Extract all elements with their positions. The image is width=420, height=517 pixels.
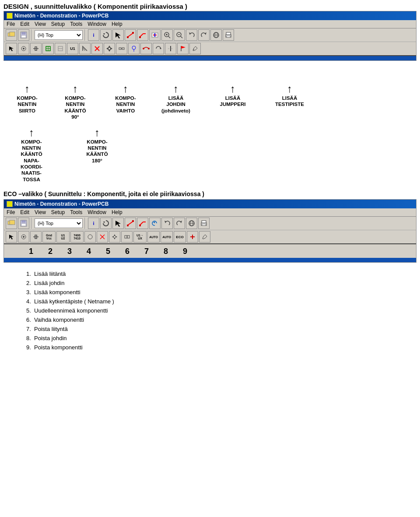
- tb2-comp3-btn[interactable]: [42, 43, 54, 54]
- svg-rect-28: [226, 32, 231, 35]
- tb2r-gndvcc[interactable]: Gnd Vcc: [42, 231, 56, 243]
- menu-window[interactable]: Window: [88, 21, 106, 27]
- tb2-undo-btn2[interactable]: [161, 218, 173, 229]
- tb2-split-btn[interactable]: [165, 43, 176, 54]
- svg-line-41: [95, 46, 99, 51]
- svg-rect-4: [21, 35, 26, 38]
- menu2-file[interactable]: File: [7, 209, 15, 215]
- svg-rect-47: [119, 48, 121, 49]
- num-5: 5: [98, 247, 118, 256]
- tb2-edit-btn[interactable]: [189, 43, 201, 54]
- tb2-save-btn[interactable]: [18, 218, 29, 229]
- tb2-print-btn2[interactable]: [198, 218, 210, 229]
- tb2-cursor-btn2[interactable]: [112, 218, 124, 229]
- tb2-pin-btn[interactable]: [128, 43, 140, 54]
- tb2r-cross2[interactable]: [97, 231, 108, 243]
- tb2r-u1u2[interactable]: U1 U2: [56, 231, 70, 243]
- window2-toolbar1: (H) Top i: [4, 217, 416, 230]
- tb2-comp4-btn[interactable]: [55, 43, 66, 54]
- svg-marker-24: [205, 32, 206, 35]
- tb-route2-btn[interactable]: [137, 29, 148, 41]
- svg-marker-67: [116, 221, 121, 227]
- tb2-comp1-btn[interactable]: [18, 43, 29, 54]
- tb2-route2-btn2[interactable]: [137, 218, 148, 229]
- menu-help[interactable]: Help: [112, 21, 122, 27]
- tb2r-u1ux[interactable]: U1→ UX: [133, 231, 147, 243]
- tb2r-edit2[interactable]: [199, 231, 210, 243]
- tb-zoom2-btn[interactable]: [174, 29, 185, 41]
- tb2r-circle[interactable]: [18, 231, 29, 243]
- tb2r-eco[interactable]: ECO: [174, 231, 186, 243]
- tb-globe-btn[interactable]: [210, 29, 222, 41]
- tb2r-plus[interactable]: [187, 231, 198, 243]
- tb2r-move2[interactable]: [109, 231, 120, 243]
- tb2-cross-btn[interactable]: [91, 43, 103, 54]
- tb2-u1-btn[interactable]: U1: [67, 43, 78, 54]
- tb2r-7400[interactable]: 7400 7410: [70, 231, 84, 243]
- svg-point-20: [177, 32, 181, 37]
- tb2-angle-btn[interactable]: [79, 43, 91, 54]
- layer-dropdown[interactable]: (H) Top: [35, 30, 83, 40]
- menu2-view[interactable]: View: [35, 209, 46, 215]
- tb2-refresh-btn2[interactable]: [100, 218, 112, 229]
- arrow-napa: ↑: [29, 127, 34, 138]
- ann-text-vaihto: KOMPO-NENTINVAIHTO: [115, 95, 136, 114]
- tb-undo-btn[interactable]: [186, 29, 197, 41]
- menu2-window[interactable]: Window: [88, 209, 106, 215]
- ann-text-testipiste: LISÄÄTESTIPISTE: [275, 95, 304, 108]
- tb-save-btn[interactable]: [18, 29, 29, 41]
- menu-setup[interactable]: Setup: [51, 21, 65, 27]
- menu-view[interactable]: View: [35, 21, 46, 27]
- tb2-rotate-btn[interactable]: [153, 43, 164, 54]
- tb2-globe-btn2[interactable]: [186, 218, 197, 229]
- tb2-back-btn[interactable]: [149, 218, 161, 229]
- tb-drc-btn[interactable]: [149, 29, 161, 41]
- tb2r-circle2[interactable]: [84, 231, 96, 243]
- tb-cursor-btn[interactable]: [112, 29, 124, 41]
- tb2-cursor-btn[interactable]: [6, 43, 17, 54]
- tb2-redo-btn2[interactable]: [174, 218, 185, 229]
- arrow-siirto: ↑: [24, 84, 30, 94]
- tb2-open-btn[interactable]: [6, 218, 17, 229]
- tb2-jumper-btn[interactable]: [140, 43, 152, 54]
- svg-marker-66: [103, 222, 105, 223]
- menu2-help[interactable]: Help: [112, 209, 122, 215]
- tb2-info-btn2[interactable]: i: [88, 218, 99, 229]
- tb2r-comp1[interactable]: [30, 231, 42, 243]
- tb2-sep1: [31, 218, 33, 229]
- tb2r-auto2[interactable]: AUTO: [161, 231, 173, 243]
- tb2-sep2: [84, 218, 86, 229]
- tb2r-auto[interactable]: AUTO: [147, 231, 160, 243]
- tb2-move-btn[interactable]: [104, 43, 115, 54]
- ann-text-napa: KOMPO-NENTINKÄÄNTÖNAPA-KOORDI-NAATIS-TOS…: [21, 139, 42, 183]
- arrow-kaanto180: ↑: [94, 127, 100, 138]
- menu2-setup[interactable]: Setup: [51, 209, 65, 215]
- tb-route-btn[interactable]: [125, 29, 136, 41]
- svg-rect-8: [127, 36, 129, 38]
- menu-file[interactable]: File: [7, 21, 15, 27]
- tb-redo-btn[interactable]: [198, 29, 210, 41]
- tb-info-btn[interactable]: i: [88, 29, 99, 41]
- menu-tools[interactable]: Tools: [70, 21, 82, 27]
- svg-marker-31: [9, 46, 14, 51]
- tb2r-cursor[interactable]: [6, 231, 17, 243]
- menu2-edit[interactable]: Edit: [20, 209, 29, 215]
- arrow-testipiste: ↑: [287, 84, 292, 94]
- menu-edit[interactable]: Edit: [20, 21, 29, 27]
- tb-zoom-btn[interactable]: [161, 29, 173, 41]
- eco-heading: ECO –valikko ( Suunnittelu : Komponentit…: [0, 183, 420, 199]
- svg-line-10: [140, 34, 143, 37]
- tb-open-btn[interactable]: [6, 29, 17, 41]
- tb-print-btn[interactable]: [223, 29, 234, 41]
- tb2-flag-btn[interactable]: [177, 43, 189, 54]
- arrow-johdin: ↑: [173, 84, 178, 94]
- annotation-section1: ↑ KOMPO-NENTINSIIRTO ↑ KOMPO-NENTINKÄÄNT…: [0, 62, 420, 183]
- menu2-tools[interactable]: Tools: [70, 209, 82, 215]
- tb2-comp2-btn[interactable]: [30, 43, 42, 54]
- layer-dropdown2[interactable]: (H) Top: [35, 218, 83, 228]
- tb-refresh-btn[interactable]: [100, 29, 112, 41]
- n7400-label: 7400: [74, 234, 80, 237]
- tb2-wire-btn[interactable]: [116, 43, 127, 54]
- tb2r-box2[interactable]: [121, 231, 133, 243]
- tb2-route-btn2[interactable]: [125, 218, 136, 229]
